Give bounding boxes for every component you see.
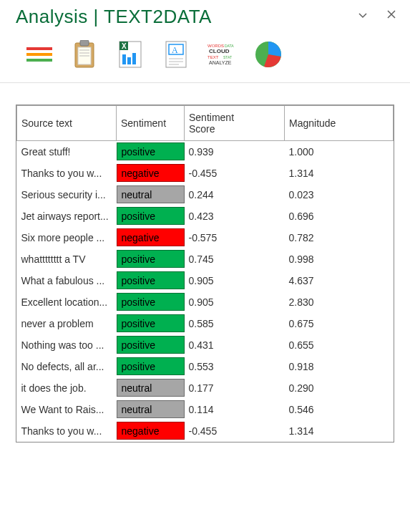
cell-magnitude: 0.696 bbox=[285, 205, 394, 227]
cell-magnitude: 0.782 bbox=[285, 227, 394, 248]
cell-sentiment: positive bbox=[117, 270, 185, 291]
sentiment-badge-positive: positive bbox=[117, 314, 185, 332]
table-row[interactable]: Nothing was too ...positive0.4310.655 bbox=[17, 334, 394, 356]
svg-text:A: A bbox=[172, 45, 178, 55]
col-magnitude[interactable]: Magnitude bbox=[285, 106, 394, 141]
cell-score: 0.431 bbox=[185, 334, 285, 356]
bullets-icon[interactable] bbox=[24, 39, 54, 69]
table-row[interactable]: Thanks to you w...negative-0.4551.314 bbox=[17, 420, 394, 442]
cell-score: 0.423 bbox=[185, 205, 285, 227]
cell-magnitude: 0.290 bbox=[285, 377, 394, 399]
cell-score: 0.177 bbox=[185, 377, 285, 399]
sentiment-badge-negative: negative bbox=[117, 228, 185, 246]
sentiment-badge-positive: positive bbox=[117, 336, 185, 354]
table-row[interactable]: What a fabulous ...positive0.9054.637 bbox=[17, 270, 394, 291]
svg-text:STAT: STAT bbox=[223, 55, 232, 59]
table-row[interactable]: We Want to Rais...neutral0.1140.546 bbox=[17, 399, 394, 420]
cell-sentiment: positive bbox=[117, 334, 185, 356]
svg-rect-4 bbox=[80, 40, 89, 46]
svg-text:CLOUD: CLOUD bbox=[209, 48, 230, 54]
cell-source-text: Six more people ... bbox=[17, 227, 117, 248]
close-icon[interactable] bbox=[387, 9, 396, 21]
cell-source-text: Nothing was too ... bbox=[17, 334, 117, 356]
cell-sentiment: negative bbox=[117, 227, 185, 248]
cell-magnitude: 0.998 bbox=[285, 248, 394, 270]
col-source-text[interactable]: Source text bbox=[17, 106, 117, 141]
cell-sentiment: positive bbox=[117, 313, 185, 334]
col-sentiment-score[interactable]: SentimentScore bbox=[185, 106, 285, 141]
cell-magnitude: 2.830 bbox=[285, 291, 394, 313]
sentiment-badge-neutral: neutral bbox=[117, 400, 185, 418]
cell-magnitude: 0.675 bbox=[285, 313, 394, 334]
cell-magnitude: 0.918 bbox=[285, 356, 394, 377]
col-sentiment[interactable]: Sentiment bbox=[117, 106, 185, 141]
sentiment-badge-negative: negative bbox=[117, 164, 185, 182]
cell-score: 0.905 bbox=[185, 270, 285, 291]
table-row[interactable]: Thanks to you w...negative-0.4551.314 bbox=[17, 163, 394, 184]
titlebar: Analysis | TEXT2DATA bbox=[0, 0, 410, 31]
wordcloud-icon[interactable]: WORDS DATA CLOUD TEXT STAT ANALYZE bbox=[208, 39, 238, 69]
table-row[interactable]: Great stuff!positive0.9391.000 bbox=[17, 141, 394, 163]
cell-sentiment: positive bbox=[117, 356, 185, 377]
dropdown-icon[interactable] bbox=[358, 9, 367, 21]
cell-sentiment: negative bbox=[117, 420, 185, 442]
cell-score: -0.575 bbox=[185, 227, 285, 248]
cell-sentiment: positive bbox=[117, 248, 185, 270]
svg-rect-0 bbox=[26, 47, 52, 50]
cell-sentiment: neutral bbox=[117, 399, 185, 420]
cell-score: 0.745 bbox=[185, 248, 285, 270]
table-row[interactable]: whatttttttt a TVpositive0.7450.998 bbox=[17, 248, 394, 270]
cell-source-text: No defects, all ar... bbox=[17, 356, 117, 377]
cell-sentiment: negative bbox=[117, 163, 185, 184]
sentiment-badge-positive: positive bbox=[117, 357, 185, 375]
table-row[interactable]: never a problempositive0.5850.675 bbox=[17, 313, 394, 334]
cell-source-text: Serious security i... bbox=[17, 184, 117, 205]
table-row[interactable]: Excellent location...positive0.9052.830 bbox=[17, 291, 394, 313]
sentiment-badge-negative: negative bbox=[117, 422, 185, 440]
results-table: Source text Sentiment SentimentScore Mag… bbox=[16, 105, 394, 442]
piechart-icon[interactable] bbox=[253, 39, 283, 69]
table-row[interactable]: Serious security i...neutral0.2440.023 bbox=[17, 184, 394, 205]
cell-source-text: Jet airways report... bbox=[17, 205, 117, 227]
cell-source-text: it does the job. bbox=[17, 377, 117, 399]
table-row[interactable]: it does the job.neutral0.1770.290 bbox=[17, 377, 394, 399]
cell-source-text: What a fabulous ... bbox=[17, 270, 117, 291]
sentiment-badge-positive: positive bbox=[117, 207, 185, 225]
cell-source-text: Great stuff! bbox=[17, 141, 117, 163]
cell-source-text: We Want to Rais... bbox=[17, 399, 117, 420]
table-row[interactable]: No defects, all ar...positive0.5530.918 bbox=[17, 356, 394, 377]
clipboard-icon[interactable] bbox=[70, 39, 100, 69]
cell-sentiment: positive bbox=[117, 205, 185, 227]
table-header-row: Source text Sentiment SentimentScore Mag… bbox=[17, 106, 394, 141]
sentiment-badge-positive: positive bbox=[117, 250, 185, 268]
svg-text:ANALYZE: ANALYZE bbox=[209, 60, 232, 65]
cell-score: -0.455 bbox=[185, 163, 285, 184]
cell-sentiment: positive bbox=[117, 141, 185, 163]
cell-source-text: whatttttttt a TV bbox=[17, 248, 117, 270]
svg-rect-2 bbox=[26, 59, 52, 62]
cell-magnitude: 1.314 bbox=[285, 163, 394, 184]
cell-magnitude: 1.000 bbox=[285, 141, 394, 163]
cell-source-text: Excellent location... bbox=[17, 291, 117, 313]
table-row[interactable]: Jet airways report...positive0.4230.696 bbox=[17, 205, 394, 227]
sentiment-badge-positive: positive bbox=[117, 293, 185, 311]
cell-source-text: never a problem bbox=[17, 313, 117, 334]
cell-score: 0.585 bbox=[185, 313, 285, 334]
cell-magnitude: 0.655 bbox=[285, 334, 394, 356]
cell-score: -0.455 bbox=[185, 420, 285, 442]
table-row[interactable]: Six more people ...negative-0.5750.782 bbox=[17, 227, 394, 248]
divider bbox=[0, 82, 410, 83]
sentiment-badge-neutral: neutral bbox=[117, 185, 185, 203]
cell-sentiment: neutral bbox=[117, 184, 185, 205]
sentiment-badge-neutral: neutral bbox=[117, 379, 185, 397]
cell-score: 0.939 bbox=[185, 141, 285, 163]
cell-source-text: Thanks to you w... bbox=[17, 163, 117, 184]
cell-magnitude: 1.314 bbox=[285, 420, 394, 442]
cell-sentiment: neutral bbox=[117, 377, 185, 399]
cell-score: 0.244 bbox=[185, 184, 285, 205]
results-table-wrap: Source text Sentiment SentimentScore Mag… bbox=[16, 105, 394, 442]
sentiment-badge-positive: positive bbox=[117, 271, 185, 289]
text-doc-icon[interactable]: A bbox=[162, 39, 192, 69]
excel-icon[interactable]: X bbox=[116, 39, 146, 69]
svg-rect-12 bbox=[122, 54, 126, 64]
